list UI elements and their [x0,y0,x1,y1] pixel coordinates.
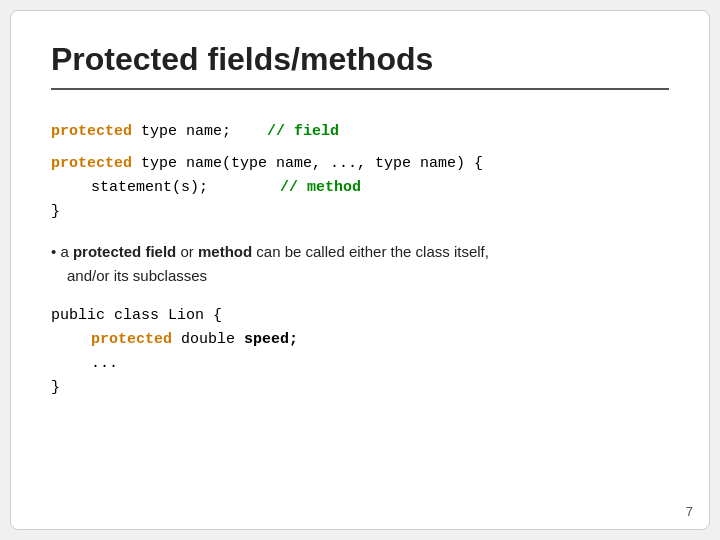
bullet-line-1: • a protected field or method can be cal… [51,240,669,264]
code-line-class: public class Lion { [51,304,669,328]
code-line-protected-field: protected double speed; [91,328,669,352]
bullet-prefix: • a [51,243,73,260]
code-line-close-2: } [51,376,669,400]
keyword-protected-3: protected [91,331,172,348]
code-line-field: protected type name; // field [51,120,669,144]
code-block-method: protected type name(type name, ..., type… [51,152,669,224]
code-line-ellipsis: ... [91,352,669,376]
keyword-protected-2: protected [51,155,132,172]
bullet-method-text: method [198,243,252,260]
slide-title: Protected fields/methods [51,41,669,90]
page-number: 7 [686,504,693,519]
slide: Protected fields/methods protected type … [10,10,710,530]
code-line-method-sig: protected type name(type name, ..., type… [51,152,669,176]
code-block-lion: public class Lion { protected double spe… [51,304,669,400]
bullet-field-text: protected field [73,243,176,260]
comment-field: // field [267,123,339,140]
bullet-suffix: can be called either the class itself, [252,243,489,260]
code-type-name-1: type name; [132,123,231,140]
comment-method: // method [280,179,361,196]
keyword-protected-1: protected [51,123,132,140]
code-double: double [172,331,244,348]
code-line-close-1: } [51,200,669,224]
slide-content: protected type name; // field protected … [51,120,669,509]
code-method-rest: type name(type name, ..., type name) { [132,155,483,172]
bullet-line-2: and/or its subclasses [67,264,669,288]
code-line-statement: statement(s); // method [91,176,669,200]
bullet-middle: or [176,243,198,260]
code-speed: speed; [244,331,298,348]
statement-text: statement(s); [91,179,208,196]
bullet-section: • a protected field or method can be cal… [51,240,669,288]
code-block-field: protected type name; // field [51,120,669,144]
